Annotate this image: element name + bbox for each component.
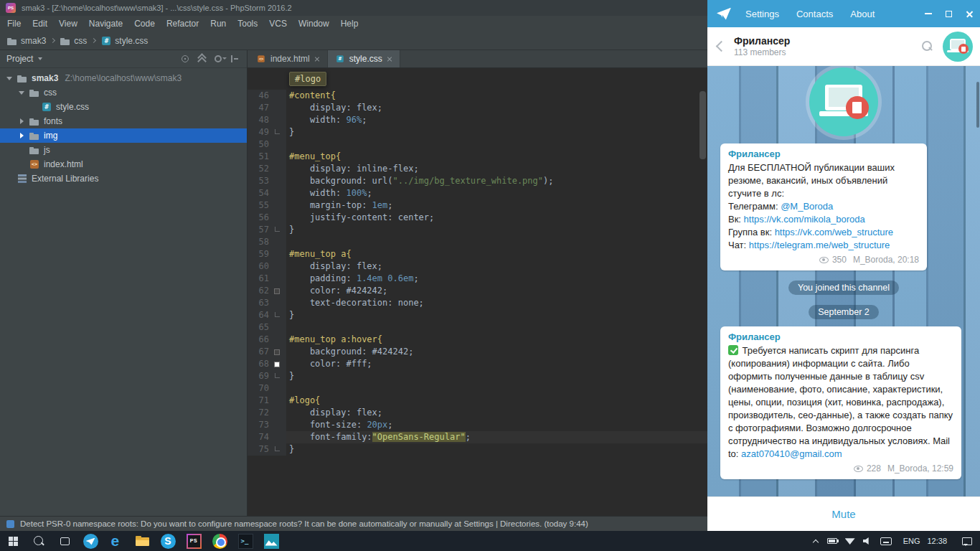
project-panel-title[interactable]: Project bbox=[6, 54, 33, 64]
code-line-58[interactable]: 58 bbox=[248, 236, 707, 248]
message-author[interactable]: Фрилансер bbox=[728, 148, 919, 161]
event-log-icon[interactable] bbox=[6, 520, 14, 528]
code-line-57[interactable]: 57} bbox=[248, 224, 707, 236]
tree-item-style-css[interactable]: style.css bbox=[0, 100, 247, 114]
menu-edit[interactable]: Edit bbox=[27, 16, 53, 32]
tree-item-fonts[interactable]: fonts bbox=[0, 114, 247, 128]
telegram-menu-about[interactable]: About bbox=[850, 9, 875, 19]
close-icon[interactable] bbox=[386, 55, 393, 62]
menu-vcs[interactable]: VCS bbox=[263, 16, 293, 32]
menu-view[interactable]: View bbox=[53, 16, 83, 32]
search-button[interactable] bbox=[26, 531, 52, 551]
close-button[interactable] bbox=[959, 0, 980, 27]
code-line-51[interactable]: 51#menu_top{ bbox=[248, 151, 707, 163]
tree-item-img[interactable]: img bbox=[0, 128, 247, 143]
editor-scrollbar[interactable] bbox=[699, 91, 706, 159]
tree-item-js[interactable]: js bbox=[0, 143, 247, 157]
menu-help[interactable]: Help bbox=[335, 16, 364, 32]
tree-item-index-html[interactable]: index.html bbox=[0, 157, 247, 171]
chat-header[interactable]: Фрилансер 113 members bbox=[707, 27, 980, 66]
code-line-66[interactable]: 66#menu_top a:hover{ bbox=[248, 334, 707, 346]
mute-button[interactable]: Mute bbox=[707, 496, 980, 531]
tree-item-external-libraries[interactable]: External Libraries bbox=[0, 171, 247, 186]
code-line-59[interactable]: 59#menu_top a{ bbox=[248, 248, 707, 260]
network-button[interactable] bbox=[845, 537, 855, 545]
telegram-menu-contacts[interactable]: Contacts bbox=[796, 9, 833, 19]
link[interactable]: https://telegram.me/web_structure bbox=[749, 240, 890, 250]
tree-item-smak3[interactable]: smak3Z:\home\localhost\www\smak3 bbox=[0, 71, 247, 85]
code-line-64[interactable]: 64} bbox=[248, 309, 707, 321]
link[interactable]: azat070410@gmail.com bbox=[741, 448, 842, 459]
hide-panel-icon[interactable] bbox=[229, 53, 240, 65]
code-line-60[interactable]: 60 display: flex; bbox=[248, 260, 707, 273]
file-explorer-button[interactable] bbox=[129, 531, 155, 551]
menu-navigate[interactable]: Navigate bbox=[83, 16, 128, 32]
code-line-56[interactable]: 56 justify-content: center; bbox=[248, 212, 707, 224]
breadcrumb-item-style-css[interactable]: style.css bbox=[100, 35, 148, 47]
fold-marker-icon[interactable] bbox=[275, 227, 280, 232]
title-bar[interactable]: smak3 - [Z:\home\localhost\www\smak3] - … bbox=[0, 0, 707, 16]
locate-icon[interactable] bbox=[179, 53, 191, 65]
code-line-50[interactable]: 50 bbox=[248, 138, 707, 151]
tab-index-html[interactable]: index.html bbox=[249, 50, 328, 67]
code-line-54[interactable]: 54 width: 100%; bbox=[248, 187, 707, 199]
code-line-46[interactable]: 46#content{ bbox=[248, 90, 707, 102]
phpstorm-button[interactable] bbox=[181, 531, 207, 551]
code-line-53[interactable]: 53 background: url("../img/bg_texture_wh… bbox=[248, 175, 707, 187]
code-line-49[interactable]: 49} bbox=[248, 126, 707, 138]
code-line-55[interactable]: 55 margin-top: 1em; bbox=[248, 199, 707, 212]
menu-tools[interactable]: Tools bbox=[232, 16, 263, 32]
task-view-button[interactable] bbox=[52, 531, 77, 551]
fold-marker-icon[interactable] bbox=[275, 312, 280, 317]
close-icon[interactable] bbox=[314, 55, 321, 62]
action-center-button[interactable] bbox=[954, 531, 980, 551]
minimize-button[interactable] bbox=[918, 0, 938, 27]
telegram-menu-settings[interactable]: Settings bbox=[745, 9, 779, 19]
chevron-down-icon[interactable] bbox=[38, 57, 42, 60]
link[interactable]: https://vk.com/web_structure bbox=[775, 227, 893, 237]
fold-marker-icon[interactable] bbox=[275, 129, 280, 134]
photos-button[interactable] bbox=[258, 531, 284, 551]
code-line-47[interactable]: 47 display: flex; bbox=[248, 102, 707, 114]
code-line-75[interactable]: 75} bbox=[248, 443, 707, 456]
chrome-button[interactable] bbox=[207, 531, 232, 551]
tab-style-css[interactable]: style.css bbox=[328, 50, 400, 67]
language-indicator[interactable]: ENG bbox=[903, 537, 920, 545]
fold-marker-icon[interactable] bbox=[275, 446, 280, 451]
code-line-73[interactable]: 73 font-size: 20px; bbox=[248, 419, 707, 431]
code-line-69[interactable]: 69} bbox=[248, 370, 707, 382]
code-line-62[interactable]: 62 color: #424242; bbox=[248, 285, 707, 297]
menu-file[interactable]: File bbox=[1, 16, 27, 32]
battery-button[interactable] bbox=[827, 538, 837, 544]
edge-button[interactable] bbox=[103, 531, 129, 551]
search-icon[interactable] bbox=[921, 40, 934, 53]
code-line-61[interactable]: 61 padding: 1.4em 0.6em; bbox=[248, 273, 707, 285]
breadcrumb-item-smak3[interactable]: smak3 bbox=[6, 35, 46, 47]
chat-scrollbar[interactable] bbox=[976, 82, 979, 128]
telegram-title-bar[interactable]: SettingsContactsAbout bbox=[707, 0, 980, 27]
chat-avatar[interactable] bbox=[943, 32, 973, 62]
link[interactable]: https://vk.com/mikola_boroda bbox=[744, 214, 865, 225]
menu-window[interactable]: Window bbox=[293, 16, 335, 32]
code-line-71[interactable]: 71#logo{ bbox=[248, 395, 707, 407]
menu-code[interactable]: Code bbox=[128, 16, 161, 32]
menu-run[interactable]: Run bbox=[204, 16, 232, 32]
volume-button[interactable] bbox=[863, 537, 872, 545]
start-button[interactable] bbox=[0, 531, 26, 551]
clock[interactable]: 12:38 bbox=[927, 537, 947, 545]
code-line-52[interactable]: 52 display: inline-flex; bbox=[248, 163, 707, 175]
skype-button[interactable] bbox=[155, 531, 181, 551]
breadcrumb-item-css[interactable]: css bbox=[60, 35, 87, 47]
code-line-70[interactable]: 70 bbox=[248, 382, 707, 395]
code-line-74[interactable]: 74 font-family:"OpenSans-Regular"; bbox=[248, 431, 707, 443]
code-line-63[interactable]: 63 text-decoration: none; bbox=[248, 297, 707, 309]
collapse-all-icon[interactable] bbox=[196, 53, 207, 65]
code-editor[interactable]: #logo 46#content{47 display: flex;48 wid… bbox=[248, 68, 707, 516]
back-icon[interactable] bbox=[716, 41, 727, 52]
fold-marker-icon[interactable] bbox=[275, 373, 280, 378]
tray-expand-button[interactable] bbox=[813, 538, 819, 545]
code-line-72[interactable]: 72 display: flex; bbox=[248, 407, 707, 419]
code-line-67[interactable]: 67 background: #424242; bbox=[248, 346, 707, 358]
telegram-button[interactable] bbox=[77, 531, 103, 551]
channel-avatar[interactable] bbox=[809, 67, 878, 136]
